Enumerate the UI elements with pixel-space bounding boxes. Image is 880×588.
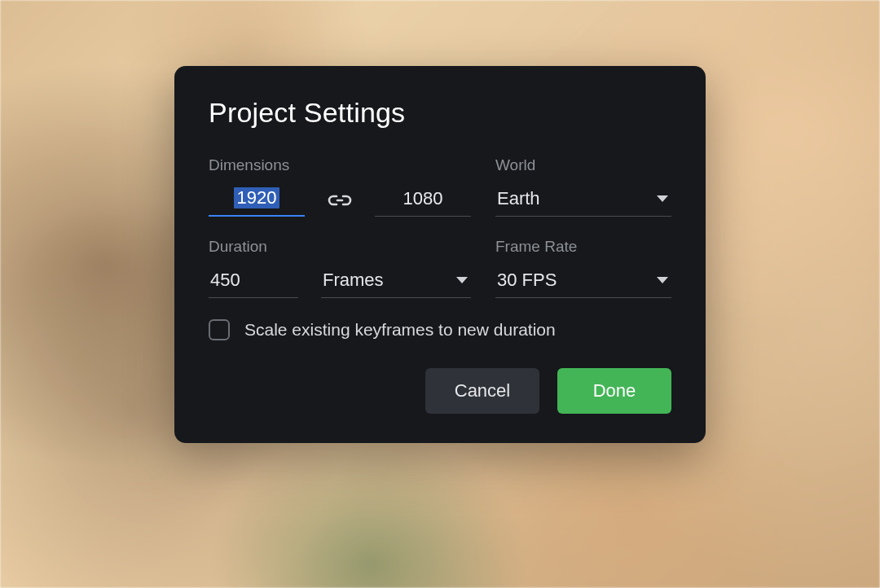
- framerate-label: Frame Rate: [495, 238, 671, 256]
- chevron-down-icon: [657, 277, 668, 283]
- world-select[interactable]: Earth: [495, 184, 671, 217]
- duration-input[interactable]: 450: [209, 265, 298, 298]
- cancel-button[interactable]: Cancel: [425, 368, 539, 414]
- dimensions-group: Dimensions 1920 1080: [209, 156, 471, 217]
- world-label: World: [495, 156, 671, 174]
- width-value: 1920: [234, 187, 280, 208]
- duration-label: Duration: [209, 238, 471, 256]
- framerate-value: 30 FPS: [497, 270, 557, 291]
- duration-group: Duration 450 Frames: [209, 238, 471, 298]
- project-settings-dialog: Project Settings Dimensions 1920 1080: [174, 66, 706, 443]
- duration-value-text: 450: [210, 270, 240, 291]
- framerate-select[interactable]: 30 FPS: [495, 265, 671, 298]
- aspect-link-button[interactable]: [305, 184, 375, 217]
- world-group: World Earth: [495, 156, 671, 217]
- chevron-down-icon: [456, 277, 468, 283]
- done-button[interactable]: Done: [557, 368, 671, 414]
- scale-keyframes-checkbox[interactable]: [209, 319, 230, 340]
- width-input[interactable]: 1920: [209, 184, 305, 217]
- framerate-group: Frame Rate 30 FPS: [495, 238, 671, 298]
- duration-unit-select[interactable]: Frames: [321, 265, 471, 298]
- height-value: 1080: [403, 188, 443, 209]
- duration-unit-text: Frames: [323, 270, 384, 291]
- chevron-down-icon: [657, 195, 668, 202]
- dialog-title: Project Settings: [209, 97, 671, 129]
- height-input[interactable]: 1080: [375, 184, 471, 217]
- link-icon: [327, 192, 353, 208]
- dimensions-label: Dimensions: [209, 156, 471, 174]
- world-value: Earth: [497, 188, 540, 209]
- scale-keyframes-label: Scale existing keyframes to new duration: [244, 320, 556, 340]
